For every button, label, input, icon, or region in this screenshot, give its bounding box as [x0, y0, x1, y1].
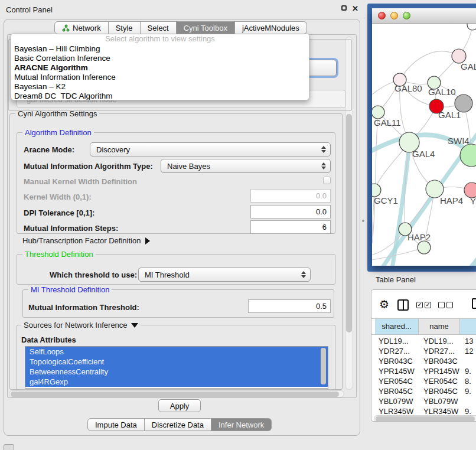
- label-hap4: HAP4: [440, 195, 463, 206]
- close-traffic-light-icon[interactable]: [378, 12, 386, 19]
- list-item-topologicalcoefficient[interactable]: TopologicalCoefficient: [25, 357, 328, 367]
- aracne-mode-value: Discovery: [96, 145, 130, 154]
- deselect-all-icon[interactable]: [438, 302, 453, 308]
- unchecked-box-icon: [446, 302, 453, 308]
- popup-prompt: Select algorithm to view settings: [11, 34, 309, 44]
- close-window-icon[interactable]: ✕: [352, 5, 358, 12]
- screen: Control Panel ✕ Network Style Select Cyn…: [0, 0, 476, 450]
- popup-item-bayesian-k2[interactable]: Bayesian – K2: [11, 82, 309, 92]
- collapse-arrow-icon: [145, 237, 150, 244]
- minimize-traffic-light-icon[interactable]: [390, 12, 398, 19]
- bottom-tabs: Impute Data Discretize Data Infer Networ…: [87, 418, 272, 431]
- stepper-icon: [301, 271, 306, 278]
- label-gal10: GAL10: [428, 87, 456, 97]
- popup-item-aracne[interactable]: ARACNE Algorithm: [11, 63, 309, 73]
- zoom-traffic-light-icon[interactable]: [403, 12, 410, 19]
- dpi-tolerance-label: DPI Tolerance [0,1]:: [24, 208, 94, 217]
- column-header-name[interactable]: name: [419, 319, 460, 334]
- panel-divider-handle[interactable]: [362, 220, 364, 222]
- float-glyph: [341, 5, 347, 11]
- tab-cyni-toolbox-label: Cyni Toolbox: [184, 24, 227, 32]
- node-gal11[interactable]: [372, 106, 384, 119]
- node-unnamed-top[interactable]: [467, 24, 476, 30]
- select-all-icon[interactable]: ✓ ✓: [416, 302, 431, 308]
- network-window-titlebar[interactable]: [372, 8, 476, 24]
- label-hap2: HAP2: [407, 232, 431, 242]
- mi-algorithm-type-label: Mutual Information Algorithm Type:: [24, 162, 153, 171]
- tab-style[interactable]: Style: [109, 21, 141, 34]
- which-threshold-value: MI Threshold: [145, 270, 190, 279]
- checked-box-icon: ✓: [416, 302, 423, 308]
- data-attributes-list: SelfLoops TopologicalCoefficient Between…: [25, 346, 328, 389]
- stepper-icon: [321, 162, 326, 169]
- tab-cyni-toolbox[interactable]: Cyni Toolbox: [177, 21, 235, 34]
- columns-icon[interactable]: [397, 299, 409, 311]
- popup-item-mutual-information[interactable]: Mutual Information Inference: [11, 73, 309, 82]
- which-threshold-label: Which threshold to use:: [50, 270, 137, 279]
- mi-steps-label: Mutual Information Steps:: [24, 224, 118, 233]
- tab-select[interactable]: Select: [141, 21, 177, 34]
- apply-button[interactable]: Apply: [158, 399, 201, 412]
- settings-horizontal-scrollbar-thumb[interactable]: [11, 392, 339, 397]
- tab-jactivemnodules[interactable]: jActiveMNodules: [235, 21, 307, 34]
- algorithm-definition-title: Algorithm Definition: [22, 128, 94, 137]
- table-horizontal-scrollbar-thumb[interactable]: [376, 416, 475, 422]
- control-panel-tabs: Network Style Select Cyni Toolbox jActiv…: [54, 21, 307, 34]
- settings-vertical-scrollbar-thumb[interactable]: [346, 114, 352, 332]
- popup-item-basic-correlation[interactable]: Basic Correlation Inference: [11, 54, 309, 63]
- dpi-tolerance-field[interactable]: 0.0: [250, 205, 331, 219]
- mi-algorithm-type-value: Naive Bayes: [167, 162, 210, 171]
- tab-infer-network[interactable]: Infer Network: [211, 418, 272, 431]
- mi-threshold-field[interactable]: 0.5: [248, 299, 331, 313]
- control-panel-title: Control Panel: [6, 5, 53, 14]
- unchecked-box-icon: [438, 302, 445, 308]
- popup-item-dream8[interactable]: Dream8 DC_TDC Algorithm: [11, 92, 309, 100]
- settings-horizontal-scrollbar[interactable]: [9, 390, 344, 397]
- label-gal4: GAL4: [412, 149, 435, 159]
- mi-algorithm-type-combobox[interactable]: Naive Bayes: [161, 159, 331, 173]
- label-swi4: SWI4: [448, 136, 470, 146]
- stepper-icon: [321, 146, 326, 153]
- tab-network[interactable]: Network: [54, 21, 109, 34]
- hub-definition-toggle[interactable]: Hub/Transcription Factor Definition: [22, 236, 150, 245]
- table-horizontal-scrollbar[interactable]: [374, 415, 476, 422]
- manual-kernel-width-label: Manual Kernel Width Definition: [24, 177, 137, 186]
- tab-discretize-data-label: Discretize Data: [152, 420, 204, 429]
- tab-style-label: Style: [116, 24, 133, 32]
- aracne-mode-combobox[interactable]: Discovery: [90, 142, 331, 156]
- node-bottom[interactable]: [418, 241, 431, 254]
- tab-network-label: Network: [73, 24, 101, 32]
- sources-toggle[interactable]: Sources for Network Inference: [21, 321, 141, 330]
- document-icon[interactable]: [472, 298, 476, 309]
- float-window-icon[interactable]: [341, 5, 348, 12]
- list-item-selfloops[interactable]: SelfLoops: [25, 347, 328, 357]
- manual-kernel-width-checkbox: [323, 177, 331, 184]
- list-item-betweennesscentrality[interactable]: BetweennessCentrality: [25, 367, 328, 377]
- gear-icon[interactable]: ⚙: [379, 298, 389, 310]
- tab-impute-data-label: Impute Data: [95, 420, 137, 429]
- tab-discretize-data[interactable]: Discretize Data: [145, 418, 211, 431]
- which-threshold-combobox[interactable]: MI Threshold: [138, 268, 311, 282]
- mi-steps-field[interactable]: 6: [250, 220, 331, 234]
- expand-arrow-icon: [131, 323, 138, 328]
- network-window[interactable]: GAL GAL80 GAL10 GAL1 GAL11 SWI4 GAL4 GCY…: [372, 8, 476, 266]
- popup-item-bayesian-hill-climbing[interactable]: Bayesian – Hill Climbing: [11, 44, 309, 54]
- list-scrollbar-thumb[interactable]: [321, 348, 326, 384]
- label-gcy1: GCY1: [374, 195, 398, 206]
- hub-definition-label: Hub/Transcription Factor Definition: [22, 236, 141, 245]
- tab-impute-data[interactable]: Impute Data: [87, 418, 145, 431]
- threshold-definition-title: Threshold Definition: [22, 250, 96, 259]
- tab-jactivemnodules-label: jActiveMNodules: [242, 24, 299, 32]
- network-canvas[interactable]: GAL GAL80 GAL10 GAL1 GAL11 SWI4 GAL4 GCY…: [372, 24, 476, 266]
- label-gal-cut: GAL: [461, 61, 476, 71]
- control-panel-titlebar: [0, 0, 365, 18]
- node-gcy1[interactable]: [372, 184, 381, 197]
- minimized-panel-icon[interactable]: [4, 444, 14, 450]
- sources-title: Sources for Network Inference: [24, 321, 128, 330]
- list-item-gal4rgexp[interactable]: gal4RGexp: [25, 377, 328, 387]
- kernel-width-label: Kernel Width (0,1):: [24, 193, 92, 201]
- tab-select-label: Select: [148, 24, 169, 32]
- column-header-shared-name[interactable]: shared...: [375, 319, 419, 334]
- column-header-partial[interactable]: [460, 319, 476, 334]
- table-panel: ⚙ ✓ ✓ shared... name YDL19...YDL19...13 …: [371, 289, 476, 422]
